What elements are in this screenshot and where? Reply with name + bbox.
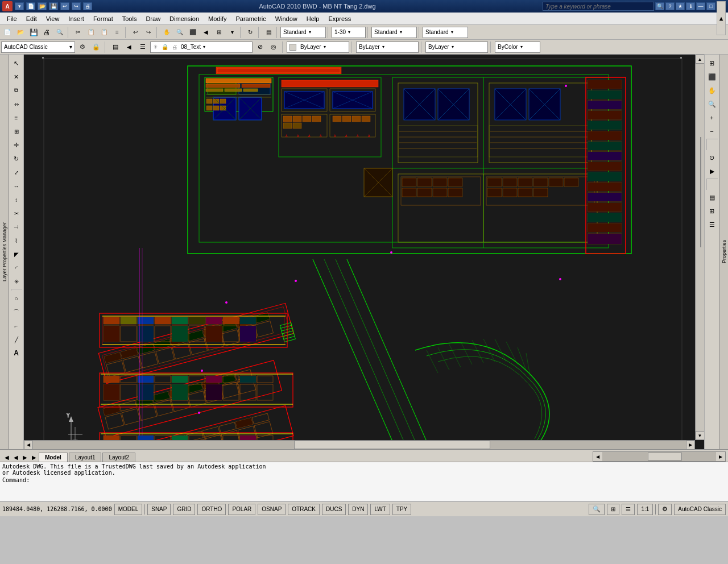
lt-copy-obj[interactable]: ⧉ [10, 84, 23, 97]
statusbar-btn[interactable]: ☰ [622, 504, 635, 515]
named-views-dropdown[interactable]: Standard ▾ [280, 27, 326, 38]
settings-btn[interactable]: ⚙ [658, 504, 672, 515]
tab-layout1[interactable]: Layout1 [69, 453, 102, 462]
menu-tools[interactable]: Tools [118, 13, 142, 24]
rt-zoom-obj[interactable]: 🔍 [706, 98, 718, 110]
ducs-btn[interactable]: DUCS [322, 504, 346, 515]
workspace-dropdown[interactable]: AutoCAD Classic ▾ [1, 42, 75, 53]
lt-chamfer[interactable]: ◤ [10, 248, 23, 260]
print-btn[interactable]: 🖨 [83, 2, 92, 10]
ws-settings-btn[interactable]: ⚙ [76, 41, 89, 53]
properties-tab[interactable]: Properties [719, 55, 728, 449]
tb-zoom-window[interactable]: ⬛ [187, 26, 199, 39]
hscroll-track[interactable] [602, 453, 716, 461]
tab-layout2[interactable]: Layout2 [102, 453, 135, 462]
maximize-btn[interactable]: □ [706, 2, 715, 10]
rt-showmotion[interactable]: ▶ [706, 165, 718, 177]
rt-pan2[interactable]: ✋ [706, 84, 718, 97]
new-btn[interactable]: 📄 [26, 2, 35, 10]
tab-right-arrow[interactable]: ▶ [20, 453, 30, 462]
layer-iso-btn[interactable]: ◎ [267, 41, 280, 53]
rt-zoom-in[interactable]: + [706, 111, 718, 124]
rt-properties-panel[interactable]: ☰ [706, 218, 718, 231]
lt-explode[interactable]: ✳ [10, 275, 23, 288]
star-icon[interactable]: ★ [676, 2, 685, 10]
tb-save[interactable]: 💾 [27, 26, 40, 39]
polar-btn[interactable]: POLAR [228, 504, 255, 515]
scroll-left-btn[interactable]: ◀ [24, 441, 33, 450]
viewcube-btn[interactable]: ⊞ [607, 504, 619, 515]
rt-navswheel[interactable]: ⊙ [706, 151, 718, 164]
lt-circle[interactable]: ○ [10, 292, 23, 305]
tb-zoom-extent[interactable]: ⊞ [213, 26, 225, 39]
vertical-scrollbar[interactable]: ▲ ▼ [695, 55, 704, 440]
tab-right-arrow2[interactable]: ▶ [30, 453, 39, 462]
dyn-btn[interactable]: DYN [348, 504, 368, 515]
layer-prev-btn[interactable]: ◀ [123, 41, 135, 53]
menu-parametric[interactable]: Parametric [231, 13, 270, 24]
command-expand-btn[interactable]: ▲ [717, 1, 726, 35]
lt-text-icon[interactable]: A [10, 347, 23, 359]
lineweight-dropdown[interactable]: ByLayer ▾ [425, 42, 488, 53]
hscroll-left[interactable]: ◀ [593, 452, 602, 461]
undo-btn[interactable]: ↩ [60, 2, 69, 10]
tb-copy[interactable]: 📋 [85, 26, 97, 39]
h-scroll-track[interactable] [33, 441, 686, 449]
otrack-btn[interactable]: OTRACK [288, 504, 320, 515]
rt-block-panel[interactable]: ⊞ [706, 205, 718, 217]
layer-off-btn[interactable]: ⊘ [254, 41, 266, 53]
tb-matchprop[interactable]: ≡ [111, 26, 123, 39]
textstyle-dropdown[interactable]: Standard ▾ [371, 27, 417, 38]
drawing-area[interactable]: A A A A A A A A [24, 55, 704, 449]
tb-zoom-more[interactable]: ▾ [226, 26, 238, 39]
info-btn[interactable]: ℹ [686, 2, 695, 10]
color-dropdown[interactable]: ByLayer ▾ [287, 42, 349, 53]
menu-format[interactable]: Format [89, 13, 118, 24]
lt-break[interactable]: ⌇ [10, 234, 23, 247]
tb-layer-prop[interactable]: ▤ [262, 26, 275, 39]
tab-model[interactable]: Model [39, 453, 68, 462]
search-icon[interactable]: 🔍 [655, 2, 664, 10]
layer-state-btn[interactable]: ☰ [136, 41, 149, 53]
tpy-btn[interactable]: TPY [392, 504, 411, 515]
lt-lengthen[interactable]: ↕ [10, 193, 23, 206]
lt-erase[interactable]: ✕ [10, 70, 23, 83]
search-input[interactable] [543, 2, 654, 11]
menu-help[interactable]: Help [302, 13, 324, 24]
tab-left-arrow2[interactable]: ◀ [11, 453, 20, 462]
hscroll-thumb[interactable] [648, 453, 682, 461]
osnap-btn[interactable]: OSNAP [258, 504, 286, 515]
tb-redo[interactable]: ↪ [142, 26, 155, 39]
rt-zoom-window2[interactable]: ⬛ [706, 70, 718, 83]
lt-polyline[interactable]: ⌐ [10, 320, 23, 332]
lt-trim[interactable]: ✂ [10, 207, 23, 219]
menu-draw[interactable]: Draw [141, 13, 165, 24]
lt-rotate[interactable]: ↻ [10, 152, 23, 165]
tb-new[interactable]: 📄 [1, 26, 14, 39]
lt-extend[interactable]: ⊣ [10, 221, 23, 233]
workspace-status[interactable]: AutoCAD Classic [674, 504, 726, 515]
help-icon[interactable]: ? [665, 2, 675, 10]
tb-zoom-realtime[interactable]: 🔍 [173, 26, 186, 39]
status-model[interactable]: MODEL [114, 504, 143, 515]
tab-left-arrow[interactable]: ◀ [2, 453, 11, 462]
minimize-btn[interactable]: — [696, 2, 705, 10]
tb-pan[interactable]: ✋ [160, 26, 173, 39]
layer-dropdown[interactable]: ☀ 🔒 🖨 08_Text ▾ [150, 42, 253, 53]
layer-properties-manager-tab[interactable]: Layer Properties Manager [1, 218, 9, 286]
open-btn[interactable]: 📂 [38, 2, 47, 10]
lt-stretch[interactable]: ↔ [10, 180, 23, 192]
lt-arc[interactable]: ⌒ [10, 306, 23, 318]
ortho-btn[interactable]: ORTHO [197, 504, 226, 515]
rt-layer-panel[interactable]: ▤ [706, 191, 718, 204]
plotstyle-dropdown[interactable]: ByColor ▾ [495, 42, 540, 53]
lt-offset[interactable]: ≡ [10, 111, 23, 124]
lt-scale[interactable]: ⤢ [10, 166, 23, 179]
magnifier-btn[interactable]: 🔍 [589, 504, 605, 515]
viewport-hscroll[interactable]: ◀ ▶ [593, 451, 726, 462]
lt-pickbox[interactable]: ↖ [10, 57, 23, 69]
tb-paste[interactable]: 📋 [98, 26, 110, 39]
tb-cut[interactable]: ✂ [72, 26, 84, 39]
dimstyle-dropdown[interactable]: Standard ▾ [423, 27, 468, 38]
rt-zoom-extents[interactable]: ⊞ [706, 57, 718, 69]
